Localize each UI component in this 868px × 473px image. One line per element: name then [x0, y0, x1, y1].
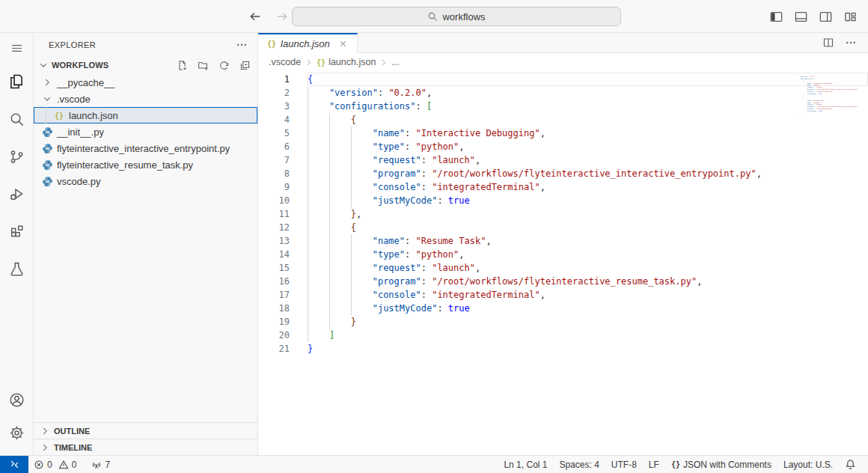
source-control-icon [9, 149, 25, 165]
code-line[interactable]: "type": "python", [308, 140, 868, 153]
code-line[interactable]: { [308, 113, 868, 126]
indent-guide [329, 167, 330, 180]
indent-guide [308, 167, 308, 180]
tree-item-flyteinteractive-resume-task-py[interactable]: flyteinteractive_resume_task.py [34, 156, 257, 173]
workspace-section-header[interactable]: WORKFLOWS [34, 57, 257, 73]
code-line[interactable]: "request": "launch", [308, 153, 868, 167]
tree-item-launch-json[interactable]: {}launch.json [34, 107, 257, 123]
code-lines: {"version": "0.2.0","configurations": [{… [308, 71, 868, 455]
indent-guide [329, 180, 330, 194]
new-file-button[interactable] [175, 58, 189, 72]
refresh-button[interactable] [217, 58, 230, 72]
code-line[interactable]: "program": "/root/workflows/flyteinterac… [308, 275, 868, 288]
code-line[interactable]: }, [308, 207, 868, 221]
code-line[interactable]: "console": "integratedTerminal", [308, 288, 868, 302]
source-control-activity-button[interactable] [0, 138, 34, 175]
forward-button[interactable] [274, 8, 290, 25]
line-number: 16 [258, 275, 290, 288]
notifications-button[interactable] [839, 459, 862, 470]
search-icon [427, 11, 438, 22]
customize-layout-button[interactable] [841, 7, 859, 25]
back-button[interactable] [247, 8, 263, 25]
indent-guide [308, 194, 308, 207]
tree-item--vscode[interactable]: .vscode [34, 91, 257, 107]
keyboard-layout-status[interactable]: Layout: U.S. [777, 460, 839, 470]
explorer-more-actions-button[interactable] [235, 38, 248, 52]
breadcrumb-symbol[interactable]: ... [391, 57, 399, 67]
indent-guide [308, 234, 308, 248]
outline-section-header[interactable]: OUTLINE [34, 422, 257, 439]
code-line[interactable]: "console": "integratedTerminal", [308, 180, 868, 194]
indent-guide [351, 261, 352, 275]
eol-status[interactable]: LF [643, 460, 665, 470]
encoding-status[interactable]: UTF-8 [605, 460, 643, 470]
code-line[interactable]: "name": "Interactive Debugging", [308, 126, 868, 140]
ports-status[interactable]: 7 [86, 456, 115, 473]
breadcrumb-file[interactable]: {}launch.json [317, 57, 376, 67]
file-tree: __pycache__.vscode{}launch.json__init__.… [34, 73, 257, 422]
menu-icon [10, 42, 23, 55]
code-editor[interactable]: 123456789101112131415161718192021 {"vers… [258, 71, 868, 455]
outline-section-label: OUTLINE [54, 427, 90, 436]
settings-activity-button[interactable] [0, 416, 34, 449]
cursor-position-status[interactable]: Ln 1, Col 1 [498, 460, 553, 470]
code-line[interactable]: ] [308, 329, 868, 342]
indent-guide [308, 113, 308, 126]
line-number: 13 [258, 234, 290, 248]
new-folder-button[interactable] [196, 58, 210, 72]
tree-item-flyteinteractive-interactive-entrypoint-py[interactable]: flyteinteractive_interactive_entrypoint.… [34, 140, 257, 156]
collapse-all-button[interactable] [238, 58, 251, 72]
toggle-secondary-sidebar-button[interactable] [816, 7, 834, 25]
tree-item--init-py[interactable]: __init__.py [34, 123, 257, 140]
code-line[interactable]: "justMyCode": true [308, 302, 868, 315]
split-editor-icon [822, 37, 834, 49]
explorer-activity-button[interactable] [0, 63, 34, 100]
timeline-section-header[interactable]: TIMELINE [34, 439, 257, 455]
split-editor-button[interactable] [822, 36, 835, 49]
indent-guide [329, 261, 330, 275]
menu-activity-button[interactable] [0, 33, 34, 63]
command-center-search[interactable]: workflows [292, 7, 621, 26]
code-line[interactable]: "request": "launch", [308, 261, 868, 275]
tree-item-vscode-py[interactable]: vscode.py [34, 173, 257, 189]
code-line[interactable]: "version": "0.2.0", [308, 86, 868, 100]
code-line[interactable]: "configurations": [ [308, 100, 868, 113]
account-icon [9, 392, 25, 408]
indent-guide [351, 140, 352, 153]
ellipsis-icon [845, 37, 857, 49]
account-activity-button[interactable] [0, 383, 34, 416]
editor-more-actions-button[interactable] [844, 36, 858, 49]
code-line[interactable]: "program": "/root/workflows/flyteinterac… [308, 167, 868, 180]
ellipsis-icon [236, 39, 248, 51]
language-mode-status[interactable]: {} JSON with Comments [665, 460, 777, 470]
tree-item-label: .vscode [57, 94, 91, 105]
run-debug-activity-button[interactable] [0, 175, 34, 213]
activity-bar-bottom [0, 383, 34, 455]
toggle-primary-sidebar-button[interactable] [767, 7, 785, 25]
close-tab-button[interactable] [337, 38, 349, 50]
indent-guide [308, 329, 308, 342]
chevron-right-icon [38, 424, 52, 438]
tree-item--pycache-[interactable]: __pycache__ [34, 74, 257, 91]
extensions-activity-button[interactable] [0, 213, 34, 250]
code-line[interactable]: { [308, 73, 868, 86]
code-line[interactable]: } [308, 315, 868, 329]
remote-indicator[interactable] [0, 456, 28, 473]
code-line[interactable]: { [308, 221, 868, 234]
code-line[interactable]: } [308, 342, 868, 355]
tab-launch-json[interactable]: {} launch.json [258, 33, 358, 53]
refresh-icon [218, 60, 230, 71]
indentation-status[interactable]: Spaces: 4 [553, 460, 605, 470]
minimap[interactable]: {"version": "0.2.0","configurations": [{… [796, 73, 858, 163]
testing-activity-button[interactable] [0, 250, 34, 287]
toggle-panel-button[interactable] [792, 7, 810, 25]
indent-guide [329, 113, 330, 126]
code-line[interactable]: "justMyCode": true [308, 194, 868, 207]
ports-count: 7 [105, 460, 110, 470]
breadcrumb-folder[interactable]: .vscode [269, 57, 301, 67]
code-line[interactable]: "name": "Resume Task", [308, 234, 868, 248]
line-number: 17 [258, 288, 290, 302]
search-activity-button[interactable] [0, 100, 34, 138]
code-line[interactable]: "type": "python", [308, 248, 868, 261]
problems-status[interactable]: 0 0 [28, 456, 82, 473]
